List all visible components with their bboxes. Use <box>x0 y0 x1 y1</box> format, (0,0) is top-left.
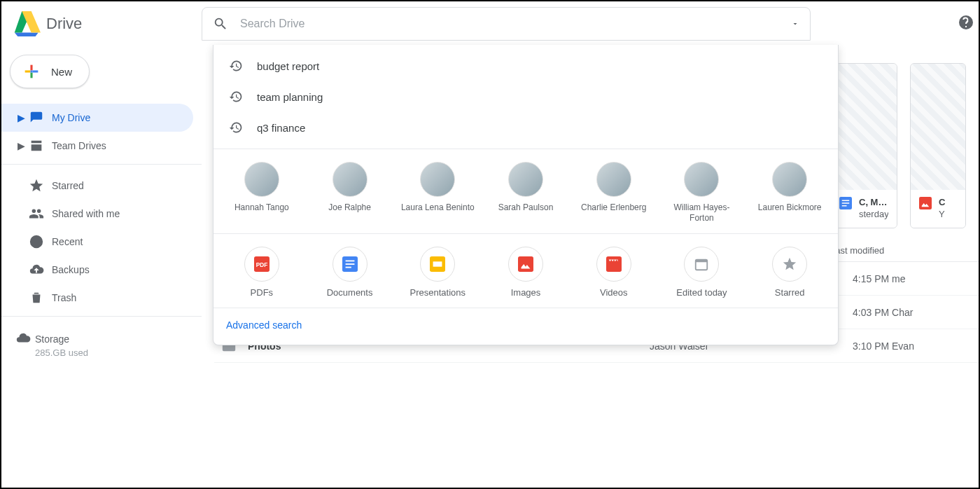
trash-icon <box>27 290 46 305</box>
file-modified: 3:10 PM Evan <box>853 340 979 352</box>
person-name: Sarah Paulson <box>498 202 554 213</box>
svg-rect-10 <box>345 267 351 268</box>
svg-rect-14 <box>606 256 622 272</box>
calendar-icon <box>684 247 719 282</box>
avatar <box>772 162 807 197</box>
new-button[interactable]: New <box>10 55 90 88</box>
search-suggestion[interactable]: budget report <box>214 50 838 81</box>
sidebar-item-team-drives[interactable]: ▶ Team Drives <box>1 132 193 160</box>
pdf-icon: PDF <box>244 247 279 282</box>
quick-access-card[interactable]: C Y <box>910 63 966 228</box>
filter-label: Starred <box>775 287 805 298</box>
file-thumbnail <box>911 64 965 190</box>
quick-access-card[interactable]: C, Mec… sterday <box>830 63 897 228</box>
search-input[interactable] <box>202 7 811 41</box>
drive-logo[interactable]: Drive <box>13 11 202 36</box>
sidebar-item-shared-with-me[interactable]: · Shared with me <box>1 200 193 228</box>
doc-icon <box>332 247 368 282</box>
svg-rect-1 <box>842 200 850 202</box>
search-suggestion[interactable]: team planning <box>214 81 838 112</box>
suggestion-text: team planning <box>257 91 323 103</box>
filter-chip-slides[interactable]: Presentations <box>393 247 482 298</box>
expand-caret-icon[interactable]: ▶ <box>15 112 27 123</box>
search-options-caret-icon[interactable] <box>791 20 799 28</box>
team-drives-icon <box>27 138 46 153</box>
sidebar-item-label: Starred <box>52 180 84 191</box>
file-modified: 4:15 PM me <box>853 273 979 284</box>
filter-label: Images <box>511 287 541 298</box>
sidebar-item-label: My Drive <box>52 112 90 123</box>
filter-chip-star[interactable]: Starred <box>746 247 834 298</box>
sidebar-item-label: Backups <box>52 264 90 275</box>
filter-chip-pdf[interactable]: PDFPDFs <box>218 247 306 298</box>
person-chip[interactable]: Charlie Erlenberg <box>570 162 658 223</box>
file-subtext: sterday <box>859 209 888 219</box>
sidebar: New ▶ My Drive ▶ <box>1 46 202 488</box>
avatar <box>684 162 719 197</box>
sidebar-item-label: Trash <box>52 292 76 303</box>
video-icon <box>596 247 631 282</box>
search-bar[interactable] <box>202 7 811 41</box>
plus-icon <box>22 62 41 81</box>
search-suggestion[interactable]: q3 finance <box>214 112 838 143</box>
storage-used: 285.GB used <box>35 347 202 358</box>
filter-label: Videos <box>600 287 628 298</box>
sidebar-item-my-drive[interactable]: ▶ My Drive <box>1 104 193 132</box>
sidebar-item-recent[interactable]: · Recent <box>1 228 193 256</box>
person-chip[interactable]: Laura Lena Beninto <box>393 162 482 223</box>
svg-rect-13 <box>518 256 533 272</box>
history-icon <box>229 120 243 135</box>
avatar <box>508 162 543 197</box>
image-icon <box>508 247 543 282</box>
svg-rect-8 <box>345 261 354 262</box>
col-modified[interactable]: Last modified <box>830 245 956 256</box>
filter-chip-calendar[interactable]: Edited today <box>658 247 746 298</box>
filter-chip-video[interactable]: Videos <box>570 247 658 298</box>
file-thumbnail <box>831 64 897 190</box>
person-chip[interactable]: Hannah Tango <box>218 162 306 223</box>
file-name: C, Mec… <box>859 197 888 207</box>
sidebar-item-starred[interactable]: · Starred <box>1 172 193 200</box>
sidebar-item-trash[interactable]: · Trash <box>1 284 193 312</box>
filter-chip-image[interactable]: Images <box>482 247 570 298</box>
file-subtext: Y <box>939 209 945 219</box>
sidebar-item-label: Team Drives <box>52 140 106 151</box>
person-chip[interactable]: Sarah Paulson <box>482 162 570 223</box>
suggestion-text: budget report <box>257 60 319 72</box>
svg-rect-12 <box>433 261 442 266</box>
slides-icon <box>420 247 455 282</box>
svg-text:PDF: PDF <box>256 262 268 268</box>
file-modified: 4:03 PM Char <box>853 307 979 318</box>
filter-chip-doc[interactable]: Documents <box>306 247 394 298</box>
person-chip[interactable]: Joe Ralphe <box>306 162 394 223</box>
suggestion-text: q3 finance <box>257 122 305 134</box>
image-icon <box>919 197 932 209</box>
avatar <box>332 162 368 197</box>
my-drive-icon <box>27 110 46 125</box>
person-name: Joe Ralphe <box>328 202 371 213</box>
star-icon <box>772 247 807 282</box>
person-name: Laura Lena Beninto <box>401 202 475 213</box>
person-chip[interactable]: Lauren Bickmore <box>746 162 834 223</box>
clock-icon <box>27 234 46 249</box>
person-name: Lauren Bickmore <box>758 202 822 213</box>
person-chip[interactable]: William Hayes-Forton <box>658 162 746 223</box>
cloud-icon <box>15 331 31 346</box>
filter-label: Presentations <box>410 287 466 298</box>
filter-label: Edited today <box>676 287 727 298</box>
advanced-search-link[interactable]: Advanced search <box>214 308 838 345</box>
expand-caret-icon[interactable]: ▶ <box>15 140 27 151</box>
file-name: C <box>939 197 945 207</box>
avatar <box>420 162 455 197</box>
svg-rect-9 <box>345 263 354 265</box>
avatar <box>244 162 279 197</box>
sidebar-item-backups[interactable]: · Backups <box>1 256 193 284</box>
cloud-upload-icon <box>27 262 46 277</box>
sidebar-item-storage[interactable]: Storage 285.GB used <box>1 328 202 358</box>
person-name: William Hayes-Forton <box>663 202 740 223</box>
avatar <box>596 162 631 197</box>
star-icon <box>27 178 46 193</box>
svg-rect-3 <box>842 205 847 207</box>
svg-rect-16 <box>696 260 708 263</box>
help-icon[interactable] <box>958 14 974 31</box>
